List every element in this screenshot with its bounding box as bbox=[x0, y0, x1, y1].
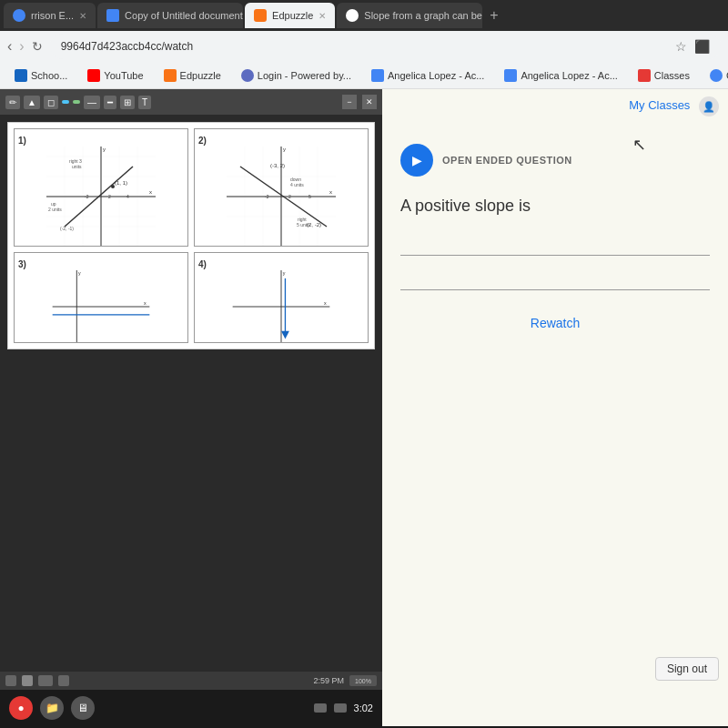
tab3-favicon bbox=[254, 9, 267, 22]
bookmark-login[interactable]: Login - Powered by... bbox=[234, 67, 359, 84]
question-icon: ▶ bbox=[400, 144, 433, 177]
problem3-number: 3) bbox=[18, 259, 26, 269]
cursor-indicator: ↖ bbox=[632, 135, 646, 155]
svg-text:(-3, 2): (-3, 2) bbox=[270, 163, 285, 168]
problem-1-box: 1) bbox=[14, 128, 188, 247]
svg-text:4 units: 4 units bbox=[290, 182, 304, 187]
toolbar-pencil[interactable]: ✏ bbox=[5, 96, 20, 109]
address-text: 9964d7d423accb4cc/watch bbox=[61, 40, 668, 53]
new-tab-button[interactable]: + bbox=[484, 7, 503, 24]
svg-text:-2: -2 bbox=[85, 194, 89, 199]
worksheet-grid: 1) bbox=[8, 123, 374, 349]
svg-text:x: x bbox=[329, 189, 332, 195]
question-icon-symbol: ▶ bbox=[412, 153, 422, 167]
tab2-favicon bbox=[106, 9, 119, 22]
tab3-label: Edpuzzle bbox=[272, 10, 313, 21]
bookmark-schoo[interactable]: Schoo... bbox=[7, 67, 75, 84]
svg-text:2: 2 bbox=[288, 194, 291, 199]
svg-marker-59 bbox=[281, 331, 289, 339]
main-content: ✏ ▲ ◻ — ━ ⊞ T − ✕ 1) bbox=[0, 89, 728, 726]
svg-text:x: x bbox=[149, 189, 152, 195]
problem1-graph: x y 2 4 -2 (1, 1) right 3 units up 2 uni… bbox=[18, 147, 184, 247]
tab4-favicon bbox=[346, 9, 359, 22]
problem4-graph: x y bbox=[198, 270, 364, 343]
schoo-icon bbox=[15, 69, 27, 82]
taskbar-time: 3:02 bbox=[354, 703, 373, 713]
tab-3[interactable]: Edpuzzle ✕ bbox=[245, 3, 335, 28]
svg-text:5 units: 5 units bbox=[297, 222, 310, 228]
taskbar-right: 3:02 bbox=[314, 703, 373, 713]
docs2-icon bbox=[504, 69, 517, 82]
left-panel: ✏ ▲ ◻ — ━ ⊞ T − ✕ 1) bbox=[0, 89, 382, 726]
bookmark-google[interactable]: Goo... bbox=[703, 67, 728, 84]
bookmark-youtube-label: YouTube bbox=[104, 70, 143, 81]
question-header: ▶ OPEN ENDED QUESTION bbox=[400, 144, 710, 177]
forward-button[interactable]: › bbox=[19, 38, 24, 55]
toolbar-line1[interactable]: — bbox=[84, 96, 100, 109]
close-panel-button[interactable]: ✕ bbox=[362, 95, 377, 109]
toolbar-grid[interactable]: ⊞ bbox=[120, 96, 135, 109]
bookmark-classes-label: Classes bbox=[654, 70, 690, 81]
address-icons: ☆ ⬛ bbox=[675, 39, 710, 54]
bookmark-schoo-label: Schoo... bbox=[31, 70, 67, 81]
battery-icon bbox=[334, 703, 347, 713]
taskbar-files[interactable]: 📁 bbox=[40, 696, 64, 720]
answer-input-line[interactable] bbox=[400, 228, 710, 256]
tab-2[interactable]: Copy of Untitled document - ✕ bbox=[97, 3, 243, 28]
minimize-button[interactable]: − bbox=[342, 95, 357, 109]
bookmark-edpuzzle[interactable]: Edpuzzle bbox=[157, 67, 228, 84]
tab3-close[interactable]: ✕ bbox=[318, 11, 326, 21]
svg-text:units: units bbox=[72, 164, 82, 169]
toolbar-text[interactable]: T bbox=[138, 96, 151, 109]
my-classes-text: My Classes bbox=[629, 98, 690, 112]
svg-text:y: y bbox=[283, 270, 286, 276]
tab-bar: rrison E... ✕ Copy of Untitled document … bbox=[0, 0, 728, 31]
reload-button[interactable]: ↻ bbox=[32, 39, 43, 54]
status-battery: 100% bbox=[349, 675, 377, 686]
answer-input-line-2[interactable] bbox=[400, 263, 710, 290]
status-icon4 bbox=[58, 675, 69, 686]
toolbar-color1[interactable] bbox=[62, 100, 69, 104]
toolbar-line2[interactable]: ━ bbox=[104, 96, 116, 109]
user-avatar-icon: 👤 bbox=[699, 96, 719, 116]
toolbar-eraser[interactable]: ◻ bbox=[44, 96, 58, 109]
problem2-number: 2) bbox=[198, 136, 207, 146]
rewatch-button[interactable]: Rewatch bbox=[400, 312, 710, 334]
svg-text:-2: -2 bbox=[265, 194, 269, 199]
classes-icon bbox=[638, 69, 651, 82]
taskbar-screen[interactable]: 🖥 bbox=[71, 696, 95, 720]
bookmark-angelica2[interactable]: Angelica Lopez - Ac... bbox=[497, 67, 624, 84]
svg-text:y: y bbox=[283, 147, 286, 152]
question-section: ▶ OPEN ENDED QUESTION A positive slope i… bbox=[400, 144, 710, 298]
toolbar-color2[interactable] bbox=[73, 100, 80, 104]
tab1-favicon bbox=[13, 9, 25, 22]
svg-text:2 units: 2 units bbox=[48, 207, 62, 212]
tab4-label: Slope from a graph can be f... bbox=[364, 10, 482, 21]
my-classes-link[interactable]: My Classes 👤 bbox=[629, 96, 719, 116]
login-icon bbox=[241, 69, 254, 82]
docs1-icon bbox=[371, 69, 384, 82]
svg-text:5: 5 bbox=[308, 194, 311, 199]
bookmark-angelica1[interactable]: Angelica Lopez - Ac... bbox=[364, 67, 491, 84]
sign-out-button[interactable]: Sign out bbox=[655, 657, 719, 681]
tab-1[interactable]: rrison E... ✕ bbox=[4, 3, 96, 28]
taskbar-chrome[interactable]: ● bbox=[9, 696, 33, 720]
extensions-icon[interactable]: ⬛ bbox=[694, 39, 710, 54]
taskbar-left: ● 📁 🖥 bbox=[9, 696, 95, 720]
bookmark-classes[interactable]: Classes bbox=[631, 67, 697, 84]
bookmark-youtube[interactable]: YouTube bbox=[80, 67, 150, 84]
answer-input[interactable] bbox=[400, 228, 710, 243]
svg-text:y: y bbox=[78, 270, 81, 276]
google-bookmark-icon bbox=[710, 69, 723, 82]
svg-text:(1, 1): (1, 1) bbox=[115, 180, 127, 186]
edpuzzle-bookmark-icon bbox=[164, 69, 177, 82]
problem-2-box: 2) bbox=[194, 128, 369, 247]
tab-4[interactable]: Slope from a graph can be f... ✕ bbox=[337, 3, 482, 28]
back-button[interactable]: ‹ bbox=[7, 38, 12, 55]
status-time: 2:59 PM bbox=[313, 676, 344, 685]
tab1-close[interactable]: ✕ bbox=[79, 11, 86, 21]
tab1-label: rrison E... bbox=[31, 10, 74, 21]
bookmark-star-icon[interactable]: ☆ bbox=[675, 39, 687, 54]
status-icon2 bbox=[22, 675, 33, 686]
toolbar-marker[interactable]: ▲ bbox=[24, 96, 40, 109]
